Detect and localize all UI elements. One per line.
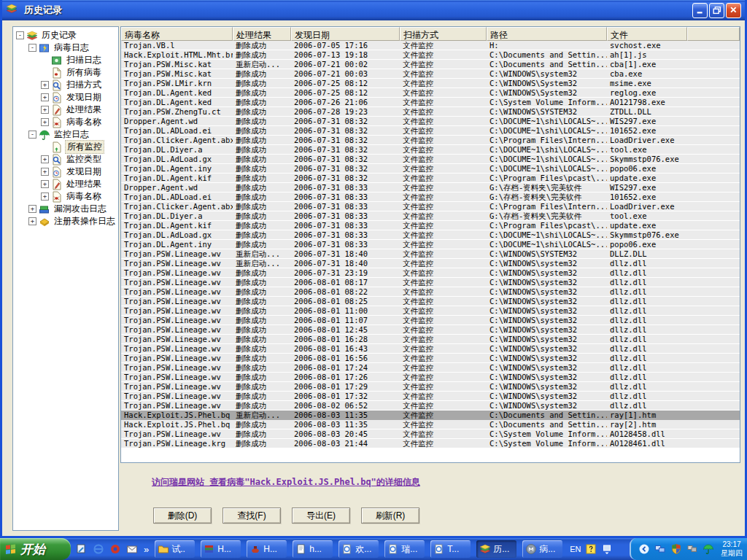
tree-item[interactable]: +监控类型	[13, 153, 118, 166]
tree-item[interactable]: +扫描方式	[13, 79, 118, 91]
title-bar[interactable]: 历史记录	[2, 0, 745, 20]
security-shield-icon[interactable]	[670, 543, 683, 556]
tree-item[interactable]: 所有病毒	[13, 66, 118, 79]
tree-toggle[interactable]: -	[28, 131, 36, 139]
table-row[interactable]: Trojan.DL.ADLoad.ei删除成功2006-07-31 08:32文…	[121, 126, 740, 136]
table-row[interactable]: Trojan.DL.Agent.ked删除成功2006-07-25 08:12文…	[121, 88, 740, 98]
help-icon[interactable]	[585, 543, 597, 556]
table-row[interactable]: Hack.Exploit.JS.Phel.bq删除成功2006-08-03 11…	[121, 420, 740, 429]
show-desktop-icon[interactable]	[76, 543, 88, 556]
task-button[interactable]: 欢...	[338, 540, 379, 558]
table-row[interactable]: Trojan.PSW.Misc.kat删除成功2006-07-21 00:03文…	[121, 69, 740, 79]
column-header-date[interactable]: 发现日期	[291, 27, 400, 41]
table-row[interactable]: Trojan.DL.Agent.kif删除成功2006-07-31 08:32文…	[121, 174, 740, 183]
table-row[interactable]: Trojan.DL.AdLoad.gx删除成功2006-07-31 08:32文…	[121, 155, 740, 164]
restore-button[interactable]	[709, 3, 724, 18]
table-row[interactable]: Trojan.DL.Agent.ked删除成功2006-07-26 21:06文…	[121, 98, 740, 107]
virus-detail-link[interactable]: 访问瑞星网站 查看病毒"Hack.Exploit.JS.Phel.bq"的详细信…	[152, 476, 420, 489]
find-button[interactable]: 查找(F)	[222, 508, 281, 524]
network-icon[interactable]	[654, 543, 667, 556]
rising-umbrella-icon[interactable]	[703, 543, 715, 556]
table-row[interactable]: Trojan.PSW.Lineage.wv删除成功2006-08-01 11:0…	[121, 316, 740, 325]
refresh-button[interactable]: 刷新(R)	[361, 508, 419, 524]
column-header-path[interactable]: 路径	[487, 27, 607, 41]
table-row[interactable]: Trojan.PSW.Lineage.wv删除成功2006-08-01 16:4…	[121, 344, 740, 354]
export-button[interactable]: 导出(E)	[292, 508, 350, 524]
tree-item[interactable]: 所有监控	[13, 141, 118, 153]
table-row[interactable]: Trojan.PSW.Lineage.wv删除成功2006-08-01 08:1…	[121, 278, 740, 287]
tree-item[interactable]: +发现日期	[13, 166, 118, 178]
media-player-icon[interactable]	[109, 543, 122, 556]
column-header-virus-name[interactable]: 病毒名称	[121, 27, 233, 41]
table-row[interactable]: Trojan.PSW.Lineage.wv删除成功2006-08-01 17:3…	[121, 392, 740, 401]
language-indicator[interactable]: EN	[570, 545, 581, 553]
table-row[interactable]: Trojan.DL.Agent.kif删除成功2006-07-31 08:33文…	[121, 221, 740, 230]
table-row[interactable]: Trojan.VB.l删除成功2006-07-05 17:16文件监控H:svc…	[121, 41, 740, 50]
table-row[interactable]: Trojan.DL.AdLoad.gx删除成功2006-07-31 08:33文…	[121, 230, 740, 240]
table-row[interactable]: Trojan.PSW.Lineage.wv删除成功2006-08-01 16:2…	[121, 335, 740, 344]
task-button[interactable]: 瑞...	[384, 540, 425, 558]
table-row[interactable]: Trojan.DL.Agent.iny删除成功2006-07-31 08:33文…	[121, 240, 740, 249]
devices-icon[interactable]	[686, 543, 699, 556]
table-row[interactable]: Trojan.Clicker.Agent.abx删除成功2006-07-31 0…	[121, 136, 740, 145]
table-row[interactable]: Trojan.DL.ADLoad.ei删除成功2006-07-31 08:33文…	[121, 192, 740, 202]
table-row[interactable]: Trojan.PSW.Lineage.wv删除成功2006-08-01 12:4…	[121, 325, 740, 335]
tree-toggle[interactable]: -	[16, 31, 24, 39]
task-button[interactable]: H...	[201, 540, 241, 558]
table-row[interactable]: Trojan.PSW.Lineage.wv删除成功2006-08-01 17:2…	[121, 382, 740, 392]
tree-toggle[interactable]: +	[41, 93, 49, 101]
table-row[interactable]: Trojan.PSW.Lineage.wv删除成功2006-08-01 08:2…	[121, 297, 740, 306]
tree-toggle[interactable]: +	[41, 155, 49, 163]
column-header-scan-mode[interactable]: 扫描方式	[400, 27, 487, 41]
table-row[interactable]: Dropper.Agent.wd删除成功2006-07-31 08:33文件监控…	[121, 183, 740, 192]
tree-item[interactable]: -历史记录	[13, 29, 118, 42]
tree-item[interactable]: -监控日志	[13, 128, 118, 141]
table-row[interactable]: Trojan.Clicker.Agent.abx删除成功2006-07-31 0…	[121, 202, 740, 211]
tree-item[interactable]: +病毒名称	[13, 190, 118, 203]
table-row[interactable]: Trojan.PSW.Lineage.wv删除成功2006-08-01 16:5…	[121, 354, 740, 363]
tree-item[interactable]: +注册表操作日志	[13, 215, 118, 228]
table-row[interactable]: Trojan.PSW.Lineage.wv删除成功2006-08-01 08:2…	[121, 287, 740, 297]
table-row[interactable]: Trojan.PSW.Lineage.wv删除成功2006-07-31 23:1…	[121, 268, 740, 278]
minimize-button[interactable]	[692, 3, 708, 18]
table-row[interactable]: Trojan.PSW.Lineage.wv删除成功2006-08-01 11:0…	[121, 306, 740, 316]
tree-toggle[interactable]: +	[28, 217, 36, 225]
table-row[interactable]: Trojan.PSW.Lineage.wv重新启动...2006-07-31 1…	[121, 249, 740, 259]
column-header-file[interactable]: 文件	[607, 27, 687, 41]
table-row[interactable]: Trojan.DL.Diyer.a删除成功2006-07-31 08:32文件监…	[121, 145, 740, 155]
table-row[interactable]: Dropper.Agent.wd删除成功2006-07-31 08:32文件监控…	[121, 117, 740, 126]
quick-launch-overflow-chevron[interactable]: »	[144, 544, 149, 555]
tree-toggle[interactable]: -	[28, 44, 36, 52]
tree-toggle[interactable]: +	[41, 192, 49, 201]
tree-item[interactable]: +漏洞攻击日志	[13, 203, 118, 215]
tree-toggle[interactable]: +	[41, 118, 49, 126]
tree-toggle[interactable]: +	[41, 168, 49, 176]
start-button[interactable]: 开始	[0, 538, 71, 560]
delete-button[interactable]: 删除(D)	[153, 508, 212, 524]
tree-item[interactable]: +病毒名称	[13, 116, 118, 128]
table-row[interactable]: Trojan.PSW.Misc.kat重新启动...2006-07-21 00:…	[121, 60, 740, 69]
column-header-result[interactable]: 处理结果	[233, 27, 291, 41]
table-row[interactable]: Trojan.DL.Agent.iny删除成功2006-07-31 08:32文…	[121, 164, 740, 174]
collapse-chevron-icon[interactable]	[638, 543, 651, 556]
task-button[interactable]: 病...	[522, 540, 562, 558]
table-row[interactable]: Trojan.PSW.LMir.krn删除成功2006-07-25 08:12文…	[121, 79, 740, 88]
tree-toggle[interactable]: +	[41, 81, 49, 89]
tree-toggle[interactable]: +	[41, 106, 49, 114]
table-row[interactable]: Trojan.PSW.Lineage.wv删除成功2006-08-03 20:4…	[121, 429, 740, 439]
task-button[interactable]: 试..	[155, 540, 195, 558]
table-row[interactable]: Trojan.DL.Diyer.a删除成功2006-07-31 08:33文件监…	[121, 211, 740, 221]
table-row[interactable]: Trojan.PSW.Lineage.wv重新启动...2006-07-31 1…	[121, 259, 740, 268]
table-row[interactable]: Trojan.PSW.ZhengTu.ct删除成功2006-07-28 19:2…	[121, 107, 740, 117]
tree-item[interactable]: +处理结果	[13, 178, 118, 190]
task-button[interactable]: 历...	[476, 540, 516, 558]
tree-toggle[interactable]: +	[41, 180, 49, 188]
tree-item[interactable]: -病毒日志	[13, 42, 118, 54]
tree-item[interactable]: +发现日期	[13, 91, 118, 104]
tree-item[interactable]: +处理结果	[13, 104, 118, 116]
table-row[interactable]: Trojan.PSW.Lineage.krg删除成功2006-08-03 21:…	[121, 439, 740, 448]
toolbar-popup-icon[interactable]	[601, 543, 614, 556]
task-button[interactable]: H...	[247, 540, 287, 558]
table-row[interactable]: Hack.Exploit.HTML.Mht.br删除成功2006-07-13 1…	[121, 50, 740, 60]
outlook-express-icon[interactable]	[126, 543, 139, 556]
